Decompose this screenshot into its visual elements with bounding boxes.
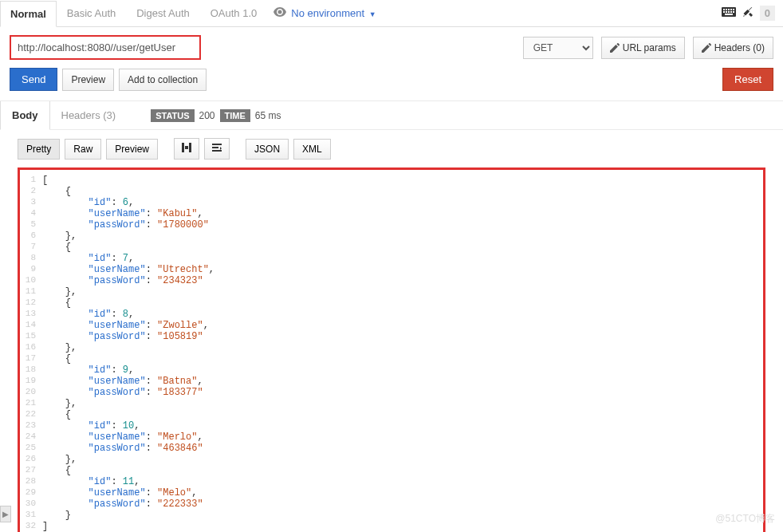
json-button[interactable]: JSON	[246, 139, 289, 160]
url-params-label: URL params	[623, 42, 676, 53]
svg-rect-16	[212, 147, 218, 148]
svg-rect-15	[212, 144, 222, 145]
tab-oauth[interactable]: OAuth 1.0	[200, 0, 268, 26]
expand-handle[interactable]: ▶	[0, 506, 11, 522]
edit-icon	[702, 43, 711, 53]
time-value: 65 ms	[255, 110, 281, 121]
tab-body[interactable]: Body	[0, 101, 50, 130]
status-area: STATUS 200 TIME 65 ms	[151, 109, 281, 122]
pretty-button[interactable]: Pretty	[18, 139, 60, 160]
caret-down-icon: ▼	[369, 10, 376, 18]
environment-label: No environment	[291, 7, 364, 19]
eye-icon[interactable]	[273, 7, 286, 19]
svg-rect-6	[723, 11, 725, 13]
xml-button[interactable]: XML	[293, 139, 331, 160]
svg-rect-9	[730, 11, 732, 13]
headers-button[interactable]: Headers (0)	[693, 37, 773, 59]
tab-basic-auth[interactable]: Basic Auth	[57, 0, 126, 26]
collapse-icon[interactable]	[174, 138, 199, 160]
svg-rect-11	[725, 14, 733, 15]
environment-select[interactable]: No environment ▼	[291, 7, 376, 19]
svg-rect-3	[728, 9, 730, 10]
watermark: @51CTO博客	[715, 512, 775, 526]
headers-label: Headers (0)	[714, 42, 765, 53]
request-row: GET URL params Headers (0)	[0, 27, 783, 68]
raw-button[interactable]: Raw	[65, 139, 101, 160]
svg-rect-8	[728, 11, 730, 13]
send-button[interactable]: Send	[10, 68, 57, 91]
method-select[interactable]: GET	[523, 37, 593, 59]
url-input[interactable]	[10, 35, 201, 60]
svg-rect-17	[212, 150, 222, 152]
svg-rect-2	[726, 9, 727, 10]
svg-rect-5	[733, 9, 734, 10]
tab-headers[interactable]: Headers (3)	[50, 101, 128, 129]
svg-rect-1	[723, 9, 725, 10]
svg-rect-12	[182, 143, 184, 152]
reset-button[interactable]: Reset	[722, 68, 773, 91]
tab-normal[interactable]: Normal	[0, 1, 57, 27]
preview-view-button[interactable]: Preview	[106, 139, 158, 160]
keyboard-icon[interactable]	[722, 7, 736, 19]
status-label: STATUS	[151, 109, 194, 122]
svg-rect-14	[189, 143, 191, 152]
time-label: TIME	[220, 109, 250, 122]
auth-tabs: Normal Basic Auth Digest Auth OAuth 1.0 …	[0, 0, 783, 27]
tab-digest-auth[interactable]: Digest Auth	[126, 0, 200, 26]
status-value: 200	[199, 110, 215, 121]
preview-button[interactable]: Preview	[62, 69, 114, 91]
action-row: Send Preview Add to collection Reset	[0, 68, 783, 100]
response-tabs: Body Headers (3) STATUS 200 TIME 65 ms	[0, 100, 783, 130]
add-to-collection-button[interactable]: Add to collection	[119, 69, 207, 91]
edit-icon	[610, 43, 620, 53]
view-toolbar: Pretty Raw Preview JSON XML	[0, 130, 783, 167]
tools-icon[interactable]	[742, 6, 753, 20]
svg-rect-4	[730, 9, 732, 10]
response-body[interactable]: 1[2 {3 "id": 6,4 "userName": "Kabul",5 "…	[18, 167, 765, 532]
wrap-icon[interactable]	[204, 138, 230, 160]
counter-badge: 0	[760, 6, 775, 21]
svg-rect-10	[733, 11, 734, 13]
svg-rect-7	[726, 11, 727, 13]
top-right-tools: 0	[722, 6, 783, 21]
url-params-button[interactable]: URL params	[601, 37, 685, 59]
svg-rect-13	[185, 146, 188, 149]
